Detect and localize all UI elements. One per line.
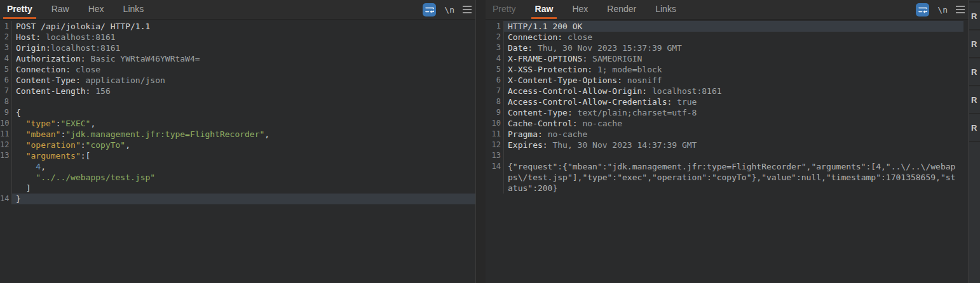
code-line[interactable]: 1HTTP/1.1 200 OK bbox=[486, 21, 969, 32]
line-content: Content-Type: text/plain;charset=utf-8 bbox=[504, 107, 963, 118]
inspector-section-header[interactable]: R bbox=[969, 114, 980, 142]
line-number: 13 bbox=[486, 150, 504, 161]
http-message-viewer: PrettyRawHexLinks \n 1POST /api/jolokia/… bbox=[0, 0, 980, 283]
inspector-section-header[interactable]: R bbox=[969, 86, 980, 114]
newline-icon[interactable]: \n bbox=[444, 5, 454, 15]
line-number: 13 bbox=[0, 150, 12, 161]
code-line[interactable]: 11 "mbean":"jdk.management.jfr:type=Flig… bbox=[0, 129, 475, 140]
line-content: "type":"EXEC", bbox=[12, 118, 475, 129]
code-line[interactable]: 8 bbox=[0, 96, 475, 107]
line-number bbox=[0, 161, 12, 172]
response-editor[interactable]: 1HTTP/1.1 200 OK2Connection: close3Date:… bbox=[486, 20, 969, 194]
tab-pretty[interactable]: Pretty bbox=[3, 0, 36, 19]
code-line[interactable]: 5X-XSS-Protection: 1; mode=block bbox=[486, 64, 969, 75]
line-number: 3 bbox=[486, 43, 504, 53]
code-line[interactable]: 12 "operation":"copyTo", bbox=[0, 140, 475, 150]
tab-hex[interactable]: Hex bbox=[85, 0, 108, 19]
line-number: 12 bbox=[0, 140, 12, 150]
line-number: 5 bbox=[0, 64, 12, 75]
code-line[interactable]: 2Connection: close bbox=[486, 32, 969, 43]
code-line[interactable]: atus":200} bbox=[486, 183, 969, 194]
code-line[interactable]: 3Origin:localhost:8161 bbox=[0, 43, 475, 53]
code-line[interactable]: 8Access-Control-Allow-Credentials: true bbox=[486, 96, 969, 107]
line-number: 2 bbox=[486, 32, 504, 43]
tab-raw[interactable]: Raw bbox=[48, 0, 73, 19]
line-content: Origin:localhost:8161 bbox=[12, 43, 475, 53]
line-content: Authorization: Basic YWRtaW46YWRtaW4= bbox=[12, 53, 475, 64]
request-tabbar: PrettyRawHexLinks \n bbox=[0, 0, 475, 20]
code-line[interactable]: 13 "arguments":[ bbox=[0, 150, 475, 161]
code-line[interactable]: 10Cache-Control: no-cache bbox=[486, 118, 969, 129]
code-line[interactable]: 10 "type":"EXEC", bbox=[0, 118, 475, 129]
line-number: 4 bbox=[0, 53, 12, 64]
code-line[interactable]: "../../webapps/test.jsp" bbox=[0, 172, 475, 183]
line-number: 14 bbox=[486, 161, 504, 172]
code-line[interactable]: 9Content-Type: text/plain;charset=utf-8 bbox=[486, 107, 969, 118]
inspector-section-header[interactable]: R bbox=[969, 30, 980, 58]
code-line[interactable]: 4, bbox=[0, 161, 475, 172]
line-number: 4 bbox=[486, 53, 504, 64]
code-line[interactable]: 4Authorization: Basic YWRtaW46YWRtaW4= bbox=[0, 53, 475, 64]
line-number: 10 bbox=[0, 118, 12, 129]
code-line[interactable]: 2Host: localhost:8161 bbox=[0, 32, 475, 43]
code-line[interactable]: 14{"request":{"mbean":"jdk.management.jf… bbox=[486, 161, 969, 172]
inspector-section-header[interactable]: R bbox=[969, 58, 980, 86]
code-line[interactable]: 6Content-Type: application/json bbox=[0, 75, 475, 86]
hamburger-menu-icon[interactable] bbox=[463, 6, 472, 13]
tab-hex[interactable]: Hex bbox=[568, 0, 592, 19]
request-panel: PrettyRawHexLinks \n 1POST /api/jolokia/… bbox=[0, 0, 476, 283]
response-tabs: PrettyRawHexRenderLinks bbox=[486, 0, 686, 19]
newline-icon[interactable]: \n bbox=[937, 5, 948, 15]
line-content: 4, bbox=[12, 161, 475, 172]
line-content: Content-Length: 156 bbox=[12, 86, 475, 96]
line-number bbox=[0, 183, 12, 194]
line-number: 11 bbox=[486, 129, 504, 140]
line-content: X-Content-Type-Options: nosniff bbox=[504, 75, 963, 86]
line-number bbox=[486, 172, 504, 183]
request-editor[interactable]: 1POST /api/jolokia/ HTTP/1.12Host: local… bbox=[0, 20, 475, 204]
line-content: Connection: close bbox=[504, 32, 963, 43]
request-toolbar: \n bbox=[423, 0, 472, 19]
line-number: 7 bbox=[486, 86, 504, 96]
line-number: 10 bbox=[486, 118, 504, 129]
line-number: 2 bbox=[0, 32, 12, 43]
code-line[interactable]: 13 bbox=[486, 150, 969, 161]
code-line[interactable]: 6X-Content-Type-Options: nosniff bbox=[486, 75, 969, 86]
line-content: "mbean":"jdk.management.jfr:type=FlightR… bbox=[12, 129, 475, 140]
line-number: 5 bbox=[486, 64, 504, 75]
line-content: Host: localhost:8161 bbox=[12, 32, 475, 43]
line-number: 7 bbox=[0, 86, 12, 96]
line-content: } bbox=[12, 194, 475, 204]
line-content: X-FRAME-OPTIONS: SAMEORIGIN bbox=[504, 53, 963, 64]
code-line[interactable]: 3Date: Thu, 30 Nov 2023 15:37:39 GMT bbox=[486, 43, 969, 53]
line-number: 9 bbox=[486, 107, 504, 118]
line-content: POST /api/jolokia/ HTTP/1.1 bbox=[12, 21, 475, 32]
code-line[interactable]: 1POST /api/jolokia/ HTTP/1.1 bbox=[0, 21, 475, 32]
line-content: Date: Thu, 30 Nov 2023 15:37:39 GMT bbox=[504, 43, 963, 53]
inspector-strip: RRRRR bbox=[969, 0, 980, 283]
line-content: Cache-Control: no-cache bbox=[504, 118, 963, 129]
code-line[interactable]: 11Pragma: no-cache bbox=[486, 129, 969, 140]
line-content: Access-Control-Allow-Origin: localhost:8… bbox=[504, 86, 963, 96]
tab-links[interactable]: Links bbox=[119, 0, 148, 19]
tab-render[interactable]: Render bbox=[603, 0, 640, 19]
code-line[interactable]: 9{ bbox=[0, 107, 475, 118]
code-line[interactable]: 7Access-Control-Allow-Origin: localhost:… bbox=[486, 86, 969, 96]
tab-links[interactable]: Links bbox=[651, 0, 680, 19]
code-line[interactable]: 5Connection: close bbox=[0, 64, 475, 75]
code-line[interactable]: 12Expires: Thu, 30 Nov 2023 14:37:39 GMT bbox=[486, 140, 969, 150]
tab-raw[interactable]: Raw bbox=[531, 0, 557, 19]
line-content: "operation":"copyTo", bbox=[12, 140, 475, 150]
line-wrap-icon[interactable] bbox=[423, 3, 436, 16]
line-content: ps\/test.jsp"],"type":"exec","operation"… bbox=[504, 172, 963, 183]
code-line[interactable]: ] bbox=[0, 183, 475, 194]
line-wrap-icon[interactable] bbox=[916, 3, 929, 16]
code-line[interactable]: 4X-FRAME-OPTIONS: SAMEORIGIN bbox=[486, 53, 969, 64]
line-content: "arguments":[ bbox=[12, 150, 475, 161]
hamburger-menu-icon[interactable] bbox=[956, 6, 965, 13]
inspector-section-header[interactable]: R bbox=[969, 1, 980, 30]
code-line[interactable]: 7Content-Length: 156 bbox=[0, 86, 475, 96]
tab-pretty[interactable]: Pretty bbox=[489, 0, 520, 19]
code-line[interactable]: ps\/test.jsp"],"type":"exec","operation"… bbox=[486, 172, 969, 183]
code-line[interactable]: 14} bbox=[0, 194, 475, 204]
